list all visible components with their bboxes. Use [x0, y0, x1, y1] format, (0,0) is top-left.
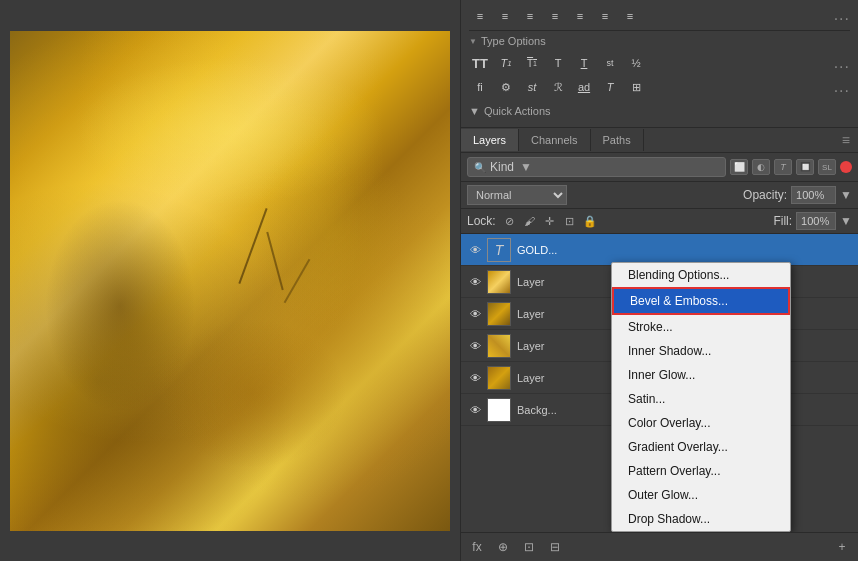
layers-tabs: Layers Channels Paths ≡ — [461, 128, 858, 153]
lock-label: Lock: — [467, 214, 496, 228]
menu-inner-shadow[interactable]: Inner Shadow... — [612, 339, 790, 363]
lock-row: Lock: ⊘ 🖌 ✛ ⊡ 🔒 Fill: ▼ — [461, 209, 858, 234]
kind-label: Kind — [490, 160, 514, 174]
superscript-btn[interactable]: st — [599, 53, 621, 73]
canvas-image — [10, 31, 450, 531]
faux-italic-btn[interactable]: T1 — [495, 53, 517, 73]
eye-icon[interactable]: 👁 — [467, 402, 483, 418]
eye-icon[interactable]: 👁 — [467, 306, 483, 322]
layer-thumb-gold4 — [487, 366, 511, 390]
opacity-row: Opacity: ▼ — [573, 186, 852, 204]
more-dots-type2[interactable]: ... — [834, 78, 850, 96]
fill-row: Fill: ▼ — [773, 212, 852, 230]
menu-inner-glow[interactable]: Inner Glow... — [612, 363, 790, 387]
eye-icon[interactable]: 👁 — [467, 274, 483, 290]
layer-thumb-text: T — [487, 238, 511, 262]
sup-btn[interactable]: T — [573, 53, 595, 73]
menu-bevel-emboss[interactable]: Bevel & Emboss... — [612, 287, 790, 315]
more-dots-top[interactable]: ... — [834, 6, 850, 26]
properties-panel: ≡ ≡ ≡ ≡ ≡ ≡ ≡ ... ▼ Type Options TT T1 T… — [461, 0, 858, 128]
align-center2-btn[interactable]: ≡ — [594, 6, 616, 26]
small-caps-btn[interactable]: T — [547, 53, 569, 73]
filter-text-btn[interactable]: T — [774, 159, 792, 175]
layer-thumb-white — [487, 398, 511, 422]
lock-image-btn[interactable]: 🖌 — [522, 213, 538, 229]
align-justify-btn[interactable]: ≡ — [544, 6, 566, 26]
right-panel: ≡ ≡ ≡ ≡ ≡ ≡ ≡ ... ▼ Type Options TT T1 T… — [460, 0, 858, 561]
tab-channels[interactable]: Channels — [519, 129, 590, 151]
lock-icons: ⊘ 🖌 ✛ ⊡ 🔒 — [502, 213, 598, 229]
panel-menu-btn[interactable]: ≡ — [834, 128, 858, 152]
opacity-dropdown-arrow[interactable]: ▼ — [840, 188, 852, 202]
layer-thumb-gold3 — [487, 334, 511, 358]
canvas-area — [0, 0, 460, 561]
ligature-btn[interactable]: fi — [469, 77, 491, 97]
align-right2-btn[interactable]: ≡ — [619, 6, 641, 26]
layer-thumb-gold1 — [487, 270, 511, 294]
quick-actions-section: ▼ Quick Actions — [469, 101, 850, 121]
faux-bold-btn[interactable]: TT — [469, 53, 491, 73]
menu-blending-options[interactable]: Blending Options... — [612, 263, 790, 287]
type-options-row2: fi ⚙ st ℛ ad T ⊞ ... — [469, 77, 850, 97]
tab-layers[interactable]: Layers — [461, 129, 519, 151]
lock-transparent-btn[interactable]: ⊘ — [502, 213, 518, 229]
fill-input[interactable] — [796, 212, 836, 230]
kind-dropdown-arrow: ▼ — [520, 160, 532, 174]
layers-search-row: 🔍 Kind ▼ ⬜ ◐ T 🔲 SL — [461, 153, 858, 182]
add-fx-btn[interactable]: fx — [467, 537, 487, 557]
stylistic-alt-btn[interactable]: ℛ — [547, 77, 569, 97]
add-mask-btn[interactable]: ⊕ — [493, 537, 513, 557]
type-options-label: Type Options — [481, 35, 546, 47]
layers-panel: Layers Channels Paths ≡ 🔍 Kind ▼ ⬜ ◐ T 🔲… — [461, 128, 858, 561]
blend-mode-select[interactable]: Normal — [467, 185, 567, 205]
delete-layer-btn[interactable]: ⊟ — [545, 537, 565, 557]
align-left2-btn[interactable]: ≡ — [569, 6, 591, 26]
lock-all-btn[interactable]: 🔒 — [582, 213, 598, 229]
search-box[interactable]: 🔍 Kind ▼ — [467, 157, 726, 177]
layer-name: GOLD... — [517, 244, 852, 256]
tab-paths[interactable]: Paths — [591, 129, 644, 151]
search-icon: 🔍 — [474, 162, 486, 173]
fraction-btn[interactable]: ½ — [625, 53, 647, 73]
lock-artboard-btn[interactable]: ⊡ — [562, 213, 578, 229]
menu-outer-glow[interactable]: Outer Glow... — [612, 483, 790, 507]
old-style-btn[interactable]: ad — [573, 77, 595, 97]
filter-active-indicator — [840, 161, 852, 173]
quick-actions-arrow: ▼ — [469, 105, 480, 117]
contextual-btn[interactable]: ⊞ — [625, 77, 647, 97]
menu-stroke[interactable]: Stroke... — [612, 315, 790, 339]
menu-satin[interactable]: Satin... — [612, 387, 790, 411]
fill-dropdown-arrow[interactable]: ▼ — [840, 214, 852, 228]
align-center-btn[interactable]: ≡ — [494, 6, 516, 26]
layer-row[interactable]: 👁 T GOLD... Blending Options... Bevel & … — [461, 234, 858, 266]
new-layer-btn[interactable]: + — [832, 537, 852, 557]
menu-gradient-overlay[interactable]: Gradient Overlay... — [612, 435, 790, 459]
layer-thumb-gold2 — [487, 302, 511, 326]
filter-shape-btn[interactable]: 🔲 — [796, 159, 814, 175]
context-menu: Blending Options... Bevel & Emboss... St… — [611, 262, 791, 532]
more-dots-type[interactable]: ... — [834, 54, 850, 72]
layers-toolbar: fx ⊕ ⊡ ⊟ + — [461, 532, 858, 561]
eye-icon[interactable]: 👁 — [467, 338, 483, 354]
opacity-label: Opacity: — [743, 188, 787, 202]
new-group-btn[interactable]: ⊡ — [519, 537, 539, 557]
align-right-btn[interactable]: ≡ — [519, 6, 541, 26]
opacity-input[interactable] — [791, 186, 836, 204]
swash-btn[interactable]: st — [521, 77, 543, 97]
lock-position-btn[interactable]: ✛ — [542, 213, 558, 229]
eye-icon[interactable]: 👁 — [467, 370, 483, 386]
all-caps-btn[interactable]: T1 — [521, 53, 543, 73]
filter-smart-btn[interactable]: SL — [818, 159, 836, 175]
titling-btn[interactable]: T — [599, 77, 621, 97]
align-left-btn[interactable]: ≡ — [469, 6, 491, 26]
ordinals-btn[interactable]: ⚙ — [495, 77, 517, 97]
type-options-row1: TT T1 T1 T T st ½ ... — [469, 53, 850, 73]
filter-adj-btn[interactable]: ◐ — [752, 159, 770, 175]
menu-pattern-overlay[interactable]: Pattern Overlay... — [612, 459, 790, 483]
filter-pixel-btn[interactable]: ⬜ — [730, 159, 748, 175]
type-options-arrow: ▼ — [469, 37, 477, 46]
menu-drop-shadow[interactable]: Drop Shadow... — [612, 507, 790, 531]
type-options-header[interactable]: ▼ Type Options — [469, 35, 850, 47]
menu-color-overlay[interactable]: Color Overlay... — [612, 411, 790, 435]
eye-icon[interactable]: 👁 — [467, 242, 483, 258]
